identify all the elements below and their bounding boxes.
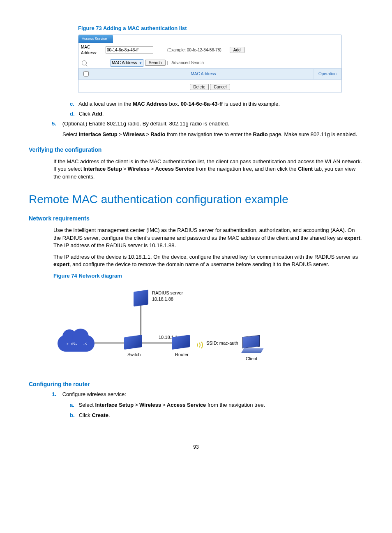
router-step1-text: Configure wireless service: — [62, 391, 126, 397]
mac-column-header: MAC Address — [93, 68, 314, 79]
router-a-b1: Interface Setup — [95, 402, 134, 408]
router-step-a: a. Select Interface Setup>Wireless>Acces… — [79, 401, 363, 409]
advanced-search-link[interactable]: Advanced Search — [171, 60, 204, 66]
network-diagram: RADIUS server 10.18.1.88 IP network Swit… — [53, 283, 267, 373]
mac-table: MAC Address Operation — [78, 68, 341, 80]
step5-b2: Wireless — [123, 131, 145, 137]
netreq-p2: The IP address of the device is 10.18.1.… — [53, 253, 363, 268]
netreq-p1: Use the intelligent management center (I… — [53, 227, 363, 249]
figure-73-title: Figure 73 Adding a MAC authentication li… — [78, 25, 363, 32]
step5-b4: Radio — [253, 131, 268, 137]
step-d-text-2: . — [102, 111, 104, 117]
switch-icon — [124, 335, 142, 350]
network-req-heading: Network requirements — [29, 215, 363, 223]
router-b-post: . — [108, 412, 110, 418]
verify-b3: Access Service — [155, 166, 194, 172]
client-label: Client — [246, 356, 257, 362]
router-b-pre: Click — [79, 412, 92, 418]
step-d-text-1: Click — [79, 111, 92, 117]
add-button[interactable]: Add — [230, 47, 244, 53]
step5-b3: Radio — [150, 131, 165, 137]
chevron-down-icon: ▼ — [139, 61, 142, 65]
step-c-text-1: Add a local user in the — [78, 101, 133, 107]
verify-mid: from the navigation tree, and then click… — [194, 166, 298, 172]
step-5: 5. (Optional.) Enable 802.11g radio. By … — [62, 120, 363, 138]
router-step-1: 1. Configure wireless service: — [62, 391, 363, 398]
figure-74-title: Figure 74 Network diagram — [53, 272, 363, 280]
radius-server-icon — [134, 290, 148, 306]
mac-address-input[interactable] — [106, 46, 153, 53]
client-laptop-icon — [242, 336, 262, 353]
step5-line1: (Optional.) Enable 802.11g radio. By def… — [62, 121, 229, 127]
select-all-checkbox[interactable] — [83, 71, 89, 76]
step-c-bold-2: 00-14-6c-8a-43-ff — [181, 101, 223, 107]
step5-l2-post: page. Make sure 802.11g is enabled. — [268, 131, 357, 137]
step-c: c. Add a local user in the MAC Address b… — [79, 100, 363, 108]
radius-server-label: RADIUS server — [152, 290, 183, 296]
router-label: Router — [175, 352, 189, 358]
cancel-button[interactable]: Cancel — [210, 84, 230, 90]
mac-example-text: (Example: 00-fe-12-34-56-78) — [167, 47, 221, 53]
router-a-pre: Select — [79, 402, 95, 408]
search-field-select[interactable]: MAC Address ▼ — [111, 59, 143, 67]
router-icon — [172, 335, 190, 350]
wifi-icon — [193, 340, 205, 348]
radius-server-ip: 10.18.1.88 — [152, 296, 173, 302]
ssid-label: SSID: mac-auth — [206, 340, 238, 346]
netreq-p1-pre: Use the intelligent management center (I… — [53, 227, 355, 241]
netreq-p2-b: expert — [53, 261, 69, 267]
verify-b1: Interface Setup — [83, 166, 122, 172]
verifying-heading: Verifying the configuration — [29, 146, 363, 154]
switch-label: Switch — [127, 352, 141, 358]
verify-b4: Client — [298, 166, 313, 172]
search-field-value: MAC Address — [112, 60, 137, 65]
step5-l2-mid: from the navigation tree to enter the — [165, 131, 253, 137]
delete-button[interactable]: Delete — [190, 84, 209, 90]
step-d: d. Click Add. — [79, 110, 363, 118]
netreq-p1-b: expert — [344, 235, 360, 241]
step-c-text-2: box. — [168, 101, 181, 107]
router-b-bold: Create — [92, 412, 108, 418]
router-a-post: from the navigation tree. — [206, 402, 265, 408]
step5-l2-pre: Select — [62, 131, 79, 137]
page-number: 93 — [29, 444, 363, 451]
panel-header: Access Service — [78, 35, 113, 43]
router-a-b3: Access Service — [167, 402, 206, 408]
search-button[interactable]: Search — [145, 60, 166, 66]
operation-column-header: Operation — [314, 68, 341, 79]
step-c-text-3: is used in this example. — [223, 101, 280, 107]
ip-network-label: IP network — [65, 340, 87, 346]
select-all-header[interactable] — [79, 68, 93, 79]
mac-address-label: MAC Address: — [81, 44, 104, 56]
netreq-p2-post: , and configure the device to remove the… — [69, 261, 329, 267]
fig73-panel: Access Service MAC Address: (Example: 00… — [78, 35, 342, 93]
step-d-bold: Add — [92, 111, 102, 117]
router-a-b2: Wireless — [139, 402, 161, 408]
netreq-p2-pre: The IP address of the device is 10.18.1.… — [53, 254, 358, 260]
search-icon — [82, 60, 87, 65]
verifying-paragraph: If the MAC address of the client is in t… — [53, 158, 363, 181]
ip-network-cloud: IP network — [58, 335, 95, 352]
router-step-b: b. Click Create. — [79, 412, 363, 419]
verify-b2: Wireless — [128, 166, 150, 172]
step-c-bold-1: MAC Address — [133, 101, 168, 107]
section-title: Remote MAC authentication configuration … — [29, 191, 363, 207]
configuring-router-heading: Configuring the router — [29, 380, 363, 389]
step5-b1: Interface Setup — [79, 131, 118, 137]
